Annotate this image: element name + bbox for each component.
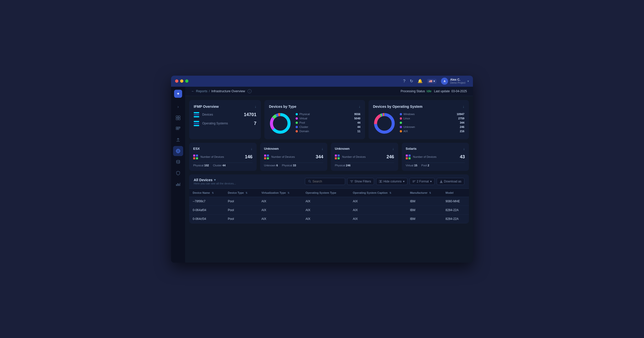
col-os-caption: Operating System Caption ⇅: [349, 189, 407, 197]
unknown344-value: 344: [316, 154, 323, 160]
hide-columns-button[interactable]: Hide columns ▾: [376, 178, 408, 185]
search-input[interactable]: [312, 180, 342, 183]
sidebar-item-upload[interactable]: [173, 135, 183, 145]
table-title-chevron[interactable]: ▾: [214, 178, 216, 182]
devices-by-type-card: Devices by Type ↓: [264, 100, 365, 139]
cell-virt-type: AIX: [258, 197, 302, 206]
refresh-icon[interactable]: ↻: [410, 79, 413, 83]
unknown246-value: 246: [386, 154, 394, 160]
columns-icon: [379, 180, 382, 183]
dashboard-content: IFMP Overview ↓ Devices 14701: [185, 96, 473, 227]
solaris-sub: Virtual 15 Pool 2: [406, 163, 465, 167]
devices-value: 14701: [244, 112, 256, 117]
user-name: Alex C.: [450, 78, 465, 81]
legend-cluster: Cluster 44: [296, 125, 360, 128]
maximize-button[interactable]: [185, 79, 188, 83]
unknown344-stat-row: Number of Devices 344: [264, 154, 324, 160]
sidebar-item-globe[interactable]: [173, 146, 183, 156]
cell-os-caption: AIX: [349, 206, 407, 214]
breadcrumb-root[interactable]: Reports: [196, 89, 208, 93]
sidebar-item-apps[interactable]: [173, 124, 183, 134]
info-icon[interactable]: i: [248, 89, 252, 93]
user-info: Alex C. Demo Project: [450, 78, 465, 84]
flag-chevron: ▾: [433, 79, 435, 83]
legend-virtual: Virtual 5040: [296, 117, 360, 120]
devices-os-download-btn[interactable]: ↓: [463, 105, 464, 109]
unknown344-download-btn[interactable]: ↓: [321, 147, 323, 151]
breadcrumb-separator: /: [209, 89, 210, 93]
svg-rect-14: [177, 183, 178, 186]
search-box[interactable]: [305, 178, 345, 185]
cell-device-type: Pool: [224, 214, 258, 223]
legend-unknown: Unknown 246: [400, 125, 464, 128]
unknown246-download-btn[interactable]: ↓: [392, 147, 394, 151]
unknown246-card: Unknown ↓ Number of Devices 246: [331, 143, 398, 171]
esx-sub: Physical 102 Cluster 44: [193, 163, 253, 167]
unknown246-stat-row: Number of Devices 246: [335, 154, 394, 160]
search-icon: [308, 180, 311, 183]
table-row: 0-064af04 Pool AIX AIX AIX IBM 8284-22A: [189, 206, 469, 214]
cell-virt-type: AIX: [258, 206, 302, 214]
table-subtitle: Here you can see all the devices...: [194, 182, 236, 185]
esx-icon: [193, 155, 198, 159]
back-arrow[interactable]: ←: [191, 89, 194, 93]
help-icon[interactable]: ?: [403, 79, 406, 83]
ifmp-os-row: Operating Systems 7: [194, 121, 256, 126]
logo[interactable]: ✦: [174, 90, 182, 98]
legend-windows: Windows 10947: [400, 113, 464, 116]
devices-os-donut: [373, 112, 396, 135]
unknown344-physical: Physical 33: [282, 164, 296, 167]
devices-type-legend: Physical 9556 Virtual 5040: [296, 113, 360, 134]
ifmp-devices-row: Devices 14701: [194, 112, 256, 117]
sidebar-item-expand[interactable]: ›: [173, 102, 183, 112]
cluster-dot: [296, 126, 298, 128]
col-os-type: Operating System Type: [302, 189, 349, 197]
table-controls: Show Filters Hide columns ▾ 2 Format ▾: [305, 178, 464, 185]
cell-manufacturer: IBM: [407, 214, 442, 223]
minimize-button[interactable]: [180, 79, 183, 83]
devices-by-os-card: Devices by Operating System ↓: [369, 100, 469, 139]
processing-status: Processing Status Idle Last update 03-04…: [400, 89, 467, 93]
svg-rect-16: [180, 183, 180, 186]
sidebar-item-database[interactable]: [173, 157, 183, 167]
titlebar-right: ? ↻ 🔔 🇺🇸 ▾ A Alex C. Demo Project ▾: [403, 78, 469, 85]
esx-download-btn[interactable]: ↓: [251, 147, 253, 151]
avatar: A: [441, 78, 448, 85]
devices-type-title: Devices by Type ↓: [269, 105, 360, 109]
solaris-card: Solaris ↓ Number of Devices 43: [402, 143, 469, 171]
user-menu[interactable]: A Alex C. Demo Project ▾: [441, 78, 469, 85]
language-selector[interactable]: 🇺🇸 ▾: [427, 79, 436, 83]
solaris-download-btn[interactable]: ↓: [463, 147, 465, 151]
ifmp-download-btn[interactable]: ↓: [255, 105, 256, 109]
cell-model: 9080-MHE: [442, 197, 469, 206]
linux-dot: [400, 117, 402, 120]
unknown344-card: Unknown ↓ Number of Devices 344: [260, 143, 328, 171]
cell-os-type: AIX: [302, 206, 349, 214]
devices-label: Devices: [202, 113, 241, 116]
close-button[interactable]: [175, 79, 178, 83]
download-button[interactable]: Download as: [437, 178, 464, 185]
col-manufacturer: Manufacturer ⇅: [407, 189, 442, 197]
format-button[interactable]: 2 Format ▾: [410, 178, 435, 185]
svg-rect-8: [178, 128, 179, 130]
table-title: All Devices ▾: [194, 178, 236, 182]
svg-rect-13: [176, 184, 177, 186]
traffic-lights: [175, 79, 188, 83]
sidebar-item-shield[interactable]: [173, 168, 183, 178]
unknown344-label: Number of Devices: [271, 155, 295, 158]
cell-device-name: 0-064af04: [189, 206, 224, 214]
sidebar-item-chart[interactable]: [173, 179, 183, 189]
devices-type-download-btn[interactable]: ↓: [359, 105, 360, 109]
unknown246-icon: [335, 155, 340, 159]
devices-type-inner: Physical 9556 Virtual 5040: [269, 112, 360, 135]
show-filters-button[interactable]: Show Filters: [347, 178, 374, 185]
os-value: 7: [254, 121, 256, 126]
legend-pool: Pool 44: [296, 121, 360, 124]
bell-icon[interactable]: 🔔: [418, 79, 423, 83]
content-area: ← Reports / Infrastructure Overview i Pr…: [185, 87, 473, 263]
os3-dot: [400, 122, 402, 124]
sidebar-item-dashboard[interactable]: [173, 113, 183, 123]
unknown344-title: Unknown ↓: [264, 147, 324, 151]
svg-rect-6: [179, 127, 180, 128]
aix-dot: [400, 130, 402, 132]
